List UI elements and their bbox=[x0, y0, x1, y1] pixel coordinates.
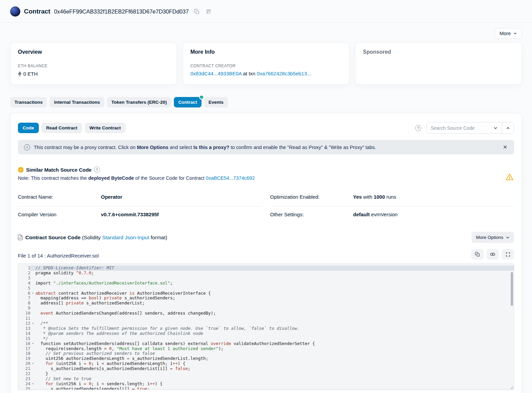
code-line: 25 s_authorizedSenders[senders[i]] = tru… bbox=[18, 387, 514, 390]
fold-spacer bbox=[30, 387, 35, 390]
creation-txn-link[interactable]: 0xa7662428c3b5eb13... bbox=[257, 71, 311, 76]
fold-spacer bbox=[30, 336, 35, 341]
code-text: uint256 authorizedSendersLength = s_auth… bbox=[35, 356, 514, 361]
fold-spacer bbox=[30, 356, 35, 361]
search-source-code-input[interactable] bbox=[427, 122, 489, 133]
code-line: 20▾ for (uint256 i = 0; i < authorizedSe… bbox=[18, 361, 514, 366]
detail-label: Optimization Enabled: bbox=[270, 194, 353, 200]
contract-panel: CodeRead ContractWrite Contract ? i This… bbox=[10, 113, 522, 393]
search-next-button[interactable] bbox=[489, 122, 502, 133]
code-text: // Set previous authorized senders to fa… bbox=[35, 351, 514, 356]
code-text: function setAuthorizedSenders(address[] … bbox=[35, 341, 514, 346]
similar-match-help-icon[interactable]: ? bbox=[94, 167, 100, 173]
fold-spacer bbox=[30, 346, 35, 351]
copy-source-button[interactable] bbox=[471, 249, 484, 260]
code-text: for (uint256 i = 0; i < senders.length; … bbox=[35, 382, 514, 387]
line-number: 22 bbox=[18, 371, 30, 376]
tab-events[interactable]: Events bbox=[204, 97, 228, 107]
code-line: 19 uint256 authorizedSendersLength = s_a… bbox=[18, 356, 514, 361]
tab-internal-transactions[interactable]: Internal Transactions bbox=[50, 97, 104, 107]
eth-balance-label: ETH BALANCE bbox=[18, 64, 169, 68]
source-code-title-text: Contract Source Code (Solidity Standard … bbox=[25, 235, 167, 241]
tab-contract[interactable]: Contract✓ bbox=[174, 97, 202, 107]
fold-spacer bbox=[30, 266, 35, 271]
warning-icon bbox=[506, 173, 513, 180]
detail-row: Compiler Versionv0.7.6+commit.7338295f bbox=[18, 206, 262, 224]
sponsored-title: Sponsored bbox=[363, 49, 514, 55]
more-options-button[interactable]: More Options bbox=[472, 232, 514, 243]
code-line: 8 address[] private s_authorizedSenderLi… bbox=[18, 301, 514, 306]
close-notice-button[interactable]: ✕ bbox=[502, 144, 508, 150]
detail-row: Other Settings:default evmVersion bbox=[270, 206, 514, 224]
json-input-format-link[interactable]: Standard Json-Input bbox=[102, 235, 149, 240]
fold-toggle-icon[interactable]: ▾ bbox=[30, 361, 35, 366]
fold-toggle-icon[interactable]: ▾ bbox=[30, 382, 35, 387]
code-text: import "./interfaces/AuthorizedReceiverI… bbox=[35, 281, 514, 286]
creator-address-link[interactable]: 0x83dC44...4933BE0A bbox=[190, 71, 242, 76]
code-text: * @notice Sets the fulfillment permissio… bbox=[35, 326, 514, 331]
copy-icon bbox=[194, 9, 200, 15]
expand-icon bbox=[506, 252, 510, 257]
subtab-read-contract[interactable]: Read Contract bbox=[42, 123, 82, 133]
code-line: 22 } bbox=[18, 371, 514, 376]
link-icon bbox=[490, 252, 496, 257]
detail-label: Contract Name: bbox=[18, 194, 101, 200]
expand-button[interactable] bbox=[502, 249, 514, 260]
code-line: 11 bbox=[18, 316, 514, 321]
qr-code-button[interactable] bbox=[205, 8, 213, 15]
line-number: 11 bbox=[18, 316, 30, 321]
line-number: 25 bbox=[18, 387, 30, 390]
code-text: // Set new to true bbox=[35, 376, 514, 382]
tab-token-transfers-erc-20[interactable]: Token Transfers (ERC-20) bbox=[107, 97, 171, 107]
fold-spacer bbox=[30, 366, 35, 371]
source-code-editor[interactable]: 1// SPDX-License-Identifier: MIT2pragma … bbox=[18, 264, 514, 390]
file-info: File 1 of 14 : AuthorizedReceiver.sol bbox=[18, 253, 99, 260]
proxy-notice-segment: This contract may be a proxy contract. C… bbox=[34, 145, 137, 150]
fold-spacer bbox=[30, 281, 35, 286]
subtab-code[interactable]: Code bbox=[18, 123, 39, 133]
code-text: pragma solidity ^0.7.0; bbox=[35, 271, 514, 276]
more-options-label: More Options bbox=[476, 235, 503, 240]
fold-toggle-icon[interactable]: ▾ bbox=[30, 291, 35, 296]
code-text: event AuthorizedSendersChanged(address[]… bbox=[35, 311, 514, 316]
detail-value-segment: evmVersion bbox=[370, 212, 398, 217]
tab-transactions[interactable]: Transactions bbox=[10, 97, 47, 107]
search-prev-button[interactable] bbox=[502, 122, 514, 133]
line-number: 7 bbox=[18, 296, 30, 301]
code-scrollbar[interactable] bbox=[511, 272, 513, 306]
detail-value-segment: v0.7.6+commit.7338295f bbox=[101, 212, 159, 217]
detail-value-segment: runs bbox=[385, 194, 396, 200]
overview-card: Overview ETH BALANCE 0 ETH bbox=[10, 42, 177, 85]
code-line: 13 * @notice Sets the fulfillment permis… bbox=[18, 326, 514, 331]
fold-spacer bbox=[30, 296, 35, 301]
proxy-notice-segment: and select bbox=[168, 145, 193, 150]
line-number: 13 bbox=[18, 326, 30, 331]
permalink-button[interactable] bbox=[486, 249, 499, 260]
detail-value-segment: with bbox=[362, 194, 374, 200]
line-number: 14 bbox=[18, 331, 30, 336]
page-title: Contract bbox=[24, 8, 50, 15]
copy-address-button[interactable] bbox=[192, 8, 201, 15]
code-text: * @param senders The addresses of the au… bbox=[35, 331, 514, 336]
detail-value-segment: Operator bbox=[101, 194, 122, 200]
matched-contract-link[interactable]: 0xaBCE54...7374c692 bbox=[206, 175, 255, 181]
page-body: More Overview ETH BALANCE 0 ETH More Inf… bbox=[0, 28, 532, 393]
code-line: 15 */ bbox=[18, 336, 514, 341]
code-line: 2pragma solidity ^0.7.0; bbox=[18, 271, 514, 276]
more-button-label: More bbox=[500, 31, 511, 36]
line-number: 24 bbox=[18, 382, 30, 387]
fold-spacer bbox=[30, 326, 35, 331]
code-line: 7 mapping(address => bool) private s_aut… bbox=[18, 296, 514, 301]
fold-spacer bbox=[30, 271, 35, 276]
more-info-title: More Info bbox=[190, 49, 342, 55]
qr-code-icon bbox=[206, 9, 211, 14]
fold-toggle-icon[interactable]: ▾ bbox=[30, 341, 35, 346]
detail-value: v0.7.6+commit.7338295f bbox=[101, 212, 159, 217]
subtab-write-contract[interactable]: Write Contract bbox=[85, 123, 126, 133]
more-button[interactable]: More bbox=[495, 28, 522, 39]
fold-toggle-icon[interactable]: ▾ bbox=[30, 321, 35, 326]
line-number: 4 bbox=[18, 281, 30, 286]
search-help-icon[interactable]: ? bbox=[415, 125, 421, 131]
detail-label: Compiler Version bbox=[18, 212, 101, 217]
at-txn-text: at txn bbox=[242, 71, 257, 76]
